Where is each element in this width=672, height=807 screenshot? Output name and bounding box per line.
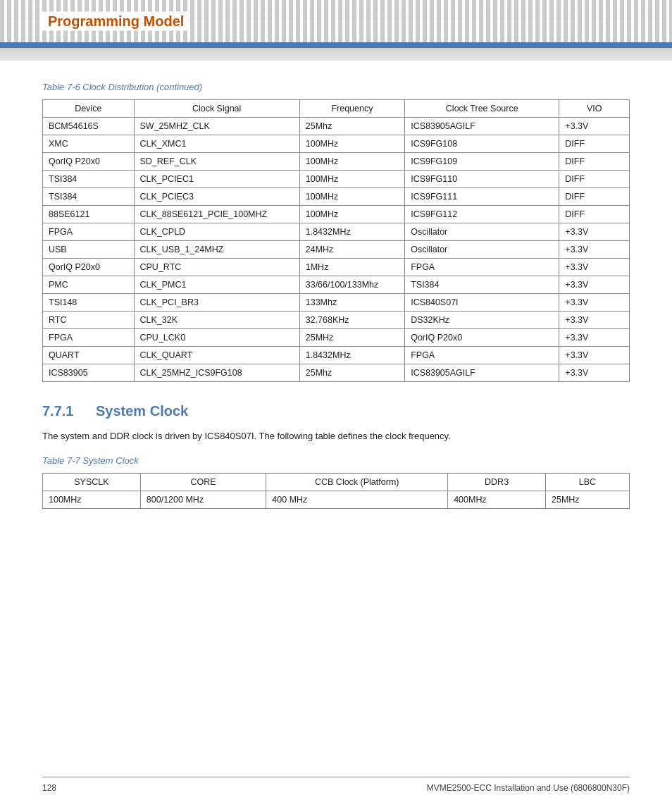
table-row: BCM54616SSW_25MHZ_CLK25MhzICS83905AGILF+… <box>43 118 630 135</box>
sysclk-header-row: SYSCLK CORE CCB Clock (Platform) DDR3 LB… <box>43 473 630 491</box>
table-row: FPGACPU_LCK025MHzQorIQ P20x0+3.3V <box>43 329 630 347</box>
table-cell: FPGA <box>405 259 559 276</box>
table-cell: ICS83905 <box>43 364 135 382</box>
table-row: TSI148CLK_PCI_BR3133MhzICS840S07I+3.3V <box>43 294 630 312</box>
table-cell: 400 MHz <box>266 491 448 508</box>
table-cell: +3.3V <box>559 364 630 382</box>
table-row: 100MHz800/1200 MHz400 MHz400MHz25MHz <box>43 491 630 508</box>
document-title: MVME2500-ECC Installation and Use (68068… <box>427 783 630 793</box>
table-cell: 33/66/100/133Mhz <box>299 276 404 294</box>
table-cell: DIFF <box>559 135 630 153</box>
table-row: QorIQ P20x0SD_REF_CLK100MHzICS9FG109DIFF <box>43 153 630 171</box>
table-cell: SW_25MHZ_CLK <box>134 118 299 135</box>
table-cell: Oscillator <box>405 241 559 259</box>
table-cell: ICS9FG108 <box>405 135 559 153</box>
table-cell: QUART <box>43 347 135 364</box>
table-cell: +3.3V <box>559 118 630 135</box>
col-header-signal: Clock Signal <box>134 100 299 118</box>
table-cell: CLK_PCI_BR3 <box>134 294 299 312</box>
table-row: ICS83905CLK_25MHZ_ICS9FG10825MhzICS83905… <box>43 364 630 382</box>
table-cell: ICS840S07I <box>405 294 559 312</box>
section-body: The system and DDR clock is driven by IC… <box>42 429 630 444</box>
table-cell: 100MHz <box>299 153 404 171</box>
table-cell: ICS9FG112 <box>405 206 559 223</box>
section-title: System Clock <box>96 403 188 419</box>
table-cell: CLK_XMC1 <box>134 135 299 153</box>
clock-distribution-table: Device Clock Signal Frequency Clock Tree… <box>42 99 630 382</box>
table-cell: FPGA <box>43 329 135 347</box>
sysclk-table-caption: Table 7-7 System Clock <box>42 455 630 466</box>
header-banner: Programming Model <box>0 0 672 42</box>
table-cell: +3.3V <box>559 329 630 347</box>
table-cell: +3.3V <box>559 294 630 312</box>
table-cell: DS32KHz <box>405 312 559 329</box>
table-cell: 25Mhz <box>299 118 404 135</box>
table-row: FPGACLK_CPLD1.8432MHzOscillator+3.3V <box>43 223 630 241</box>
table-cell: +3.3V <box>559 241 630 259</box>
table-cell: CPU_LCK0 <box>134 329 299 347</box>
section-number: 7.7.1 <box>42 403 85 419</box>
table-cell: 133Mhz <box>299 294 404 312</box>
table-cell: Oscillator <box>405 223 559 241</box>
table-cell: 25Mhz <box>299 364 404 382</box>
table-cell: CLK_32K <box>134 312 299 329</box>
table-cell: FPGA <box>43 223 135 241</box>
table-cell: 100MHz <box>43 491 141 508</box>
table-cell: +3.3V <box>559 312 630 329</box>
table-cell: 100MHz <box>299 188 404 206</box>
gray-decorative-bar <box>0 48 672 61</box>
table-cell: CLK_QUART <box>134 347 299 364</box>
col-sysclk: SYSCLK <box>43 473 141 491</box>
blue-accent-bar <box>0 42 672 48</box>
table-cell: ICS83905AGILF <box>405 364 559 382</box>
table-cell: ICS9FG110 <box>405 171 559 188</box>
table-cell: 1.8432MHz <box>299 347 404 364</box>
col-ccb: CCB Clock (Platform) <box>266 473 448 491</box>
table-cell: CLK_PCIEC1 <box>134 171 299 188</box>
table-cell: CLK_CPLD <box>134 223 299 241</box>
table-cell: 400MHz <box>448 491 546 508</box>
table-cell: QorIQ P20x0 <box>405 329 559 347</box>
table-cell: BCM54616S <box>43 118 135 135</box>
table-cell: FPGA <box>405 347 559 364</box>
col-header-frequency: Frequency <box>299 100 404 118</box>
table-cell: DIFF <box>559 188 630 206</box>
table-row: USBCLK_USB_1_24MHZ24MHzOscillator+3.3V <box>43 241 630 259</box>
table-cell: 32.768KHz <box>299 312 404 329</box>
table-row: QUARTCLK_QUART1.8432MHzFPGA+3.3V <box>43 347 630 364</box>
table-cell: ICS9FG109 <box>405 153 559 171</box>
table-cell: TSI384 <box>43 188 135 206</box>
col-header-source: Clock Tree Source <box>405 100 559 118</box>
table-row: XMCCLK_XMC1100MHzICS9FG108DIFF <box>43 135 630 153</box>
main-table-caption: Table 7-6 Clock Distribution (continued) <box>42 82 630 92</box>
table-row: PMCCLK_PMC133/66/100/133MhzTSI384+3.3V <box>43 276 630 294</box>
page-footer: 128 MVME2500-ECC Installation and Use (6… <box>42 777 630 793</box>
table-cell: 25MHz <box>299 329 404 347</box>
table-header-row: Device Clock Signal Frequency Clock Tree… <box>43 100 630 118</box>
table-row: QorIQ P20x0CPU_RTC1MHzFPGA+3.3V <box>43 259 630 276</box>
table-cell: 24MHz <box>299 241 404 259</box>
table-cell: DIFF <box>559 206 630 223</box>
col-lbc: LBC <box>545 473 629 491</box>
table-cell: +3.3V <box>559 347 630 364</box>
col-ddr: DDR3 <box>448 473 546 491</box>
table-cell: XMC <box>43 135 135 153</box>
col-header-vio: VIO <box>559 100 630 118</box>
table-cell: 100MHz <box>299 206 404 223</box>
table-cell: CLK_USB_1_24MHZ <box>134 241 299 259</box>
table-cell: CLK_88SE6121_PCIE_100MHZ <box>134 206 299 223</box>
table-row: 88SE6121CLK_88SE6121_PCIE_100MHZ100MHzIC… <box>43 206 630 223</box>
table-cell: +3.3V <box>559 276 630 294</box>
table-cell: ICS83905AGILF <box>405 118 559 135</box>
col-header-device: Device <box>43 100 135 118</box>
table-cell: CLK_PMC1 <box>134 276 299 294</box>
col-core: CORE <box>140 473 266 491</box>
table-cell: PMC <box>43 276 135 294</box>
table-cell: TSI148 <box>43 294 135 312</box>
table-cell: SD_REF_CLK <box>134 153 299 171</box>
table-cell: CPU_RTC <box>134 259 299 276</box>
table-cell: RTC <box>43 312 135 329</box>
page-content: Table 7-6 Clock Distribution (continued)… <box>0 75 672 558</box>
table-cell: QorIQ P20x0 <box>43 153 135 171</box>
table-cell: +3.3V <box>559 259 630 276</box>
